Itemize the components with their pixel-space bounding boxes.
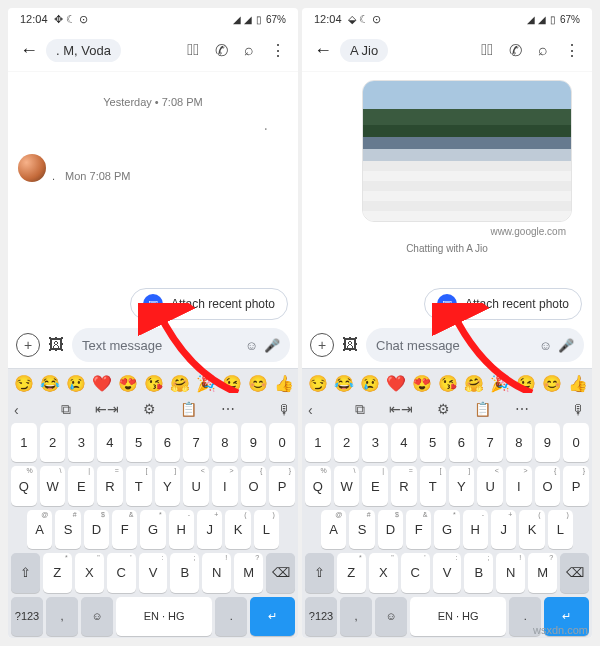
emoji-suggestion-row[interactable]: 😏😂😢❤️😍😘🤗🎉😉😊👍 <box>8 369 298 398</box>
gif-icon[interactable]: ⧉ <box>355 401 365 418</box>
gif-icon[interactable]: ⧉ <box>61 401 71 418</box>
keyboard: 😏😂😢❤️😍😘🤗🎉😉😊👍 ‹ ⧉ ⇤⇥ ⚙ 📋 ⋯ 🎙 1234567890 %… <box>8 368 298 638</box>
key-0[interactable]: 0 <box>269 423 295 462</box>
battery-pct: 67% <box>266 14 286 25</box>
phone-right: 12:04 ⬙ ☾ ⊙ ◢ ◢ ▯ 67% ← A Jio ▢⃝ ✆ ⌕ ⋮ w… <box>302 8 592 638</box>
battery-icon: ▯ <box>256 14 262 25</box>
conversation-area: Yesterday • 7:08 PM . . Mon 7:08 PM <box>8 72 298 282</box>
settings-icon[interactable]: ⚙ <box>143 401 156 418</box>
video-call-icon[interactable]: ▢⃝ <box>481 41 493 60</box>
key-1[interactable]: 1 <box>11 423 37 462</box>
conversation-area: www.google.com Chatting with A Jio <box>302 72 592 282</box>
key-3[interactable]: 3 <box>68 423 94 462</box>
backspace-key[interactable]: ⌫ <box>266 553 295 592</box>
key-5[interactable]: 5 <box>126 423 152 462</box>
gallery-icon[interactable]: 🖼 <box>48 336 64 354</box>
cursor-icon[interactable]: ⇤⇥ <box>95 401 119 418</box>
symbols-key[interactable]: ?123 <box>11 597 43 636</box>
clipboard-icon[interactable]: 📋 <box>180 401 197 418</box>
period-key[interactable]: . <box>215 597 247 636</box>
message-input[interactable]: Text message ☺ 🎤 <box>72 328 290 362</box>
input-placeholder: Chat message <box>376 338 460 353</box>
emoji-suggestion-row[interactable]: 😏😂😢❤️😍😘🤗🎉😉😊👍 <box>302 369 592 398</box>
key-7[interactable]: 7 <box>183 423 209 462</box>
shift-key[interactable]: ⇧ <box>305 553 334 592</box>
back-arrow-icon[interactable]: ← <box>310 36 336 65</box>
comma-key[interactable]: , <box>46 597 78 636</box>
conversation-header: ← A Jio ▢⃝ ✆ ⌕ ⋮ <box>302 30 592 72</box>
back-arrow-icon[interactable]: ← <box>16 36 42 65</box>
key-6[interactable]: 6 <box>155 423 181 462</box>
keyboard: 😏😂😢❤️😍😘🤗🎉😉😊👍 ‹ ⧉ ⇤⇥ ⚙ 📋 ⋯ 🎙 1234567890 %… <box>302 368 592 638</box>
clipboard-icon[interactable]: 📋 <box>474 401 491 418</box>
attach-photo-chip[interactable]: ▣ Attach recent photo <box>130 288 288 320</box>
phone-call-icon[interactable]: ✆ <box>215 41 228 60</box>
video-call-icon[interactable]: ▢⃝ <box>187 41 199 60</box>
battery-icon: ▯ <box>550 14 556 25</box>
gallery-icon[interactable]: 🖼 <box>342 336 358 354</box>
number-row: 1234567890 <box>11 423 295 462</box>
search-icon[interactable]: ⌕ <box>538 41 548 60</box>
enter-key[interactable]: ↵ <box>250 597 295 636</box>
letter-row-1: %Q\W|E=R[T]Y<U>I{O}P <box>305 466 589 505</box>
emoji-icon[interactable]: ☺ <box>245 338 258 353</box>
search-icon[interactable]: ⌕ <box>244 41 254 60</box>
mic-key-icon[interactable]: 🎙 <box>278 402 292 418</box>
more-icon[interactable]: ⋯ <box>221 401 235 418</box>
bottom-row: ?123 , ☺ EN · HG . ↵ <box>11 597 295 636</box>
compose-row: + 🖼 Text message ☺ 🎤 <box>8 324 298 368</box>
chevron-left-icon[interactable]: ‹ <box>14 402 19 418</box>
keyboard-toolbar: ‹ ⧉ ⇤⇥ ⚙ 📋 ⋯ 🎙 <box>8 398 298 421</box>
conversation-header: ← . M, Voda ▢⃝ ✆ ⌕ ⋮ <box>8 30 298 72</box>
backspace-key[interactable]: ⌫ <box>560 553 589 592</box>
space-key[interactable]: EN · HG <box>116 597 212 636</box>
letter-row-2: @A#S$D&F*G-H+J(K)L <box>305 510 589 549</box>
avatar[interactable] <box>18 154 46 182</box>
more-menu-icon[interactable]: ⋮ <box>564 41 580 60</box>
message-dot: . <box>18 116 288 134</box>
timestamp: Yesterday • 7:08 PM <box>18 96 288 108</box>
key-4[interactable]: 4 <box>97 423 123 462</box>
key-8[interactable]: 8 <box>212 423 238 462</box>
status-bar: 12:04 ✥ ☾ ⊙ ◢ ◢ ▯ 67% <box>8 8 298 30</box>
contact-chip[interactable]: A Jio <box>340 39 388 62</box>
message-input[interactable]: Chat message ☺ 🎤 <box>366 328 584 362</box>
link-preview-image <box>363 81 571 161</box>
photo-icon: ▣ <box>143 294 163 314</box>
contact-chip[interactable]: . M, Voda <box>46 39 121 62</box>
number-row: 1234567890 <box>305 423 589 462</box>
photo-icon: ▣ <box>437 294 457 314</box>
more-menu-icon[interactable]: ⋮ <box>270 41 286 60</box>
more-icon[interactable]: ⋯ <box>515 401 529 418</box>
clock: 12:04 <box>20 13 48 25</box>
keyboard-toolbar: ‹ ⧉ ⇤⇥ ⚙ 📋 ⋯ 🎙 <box>302 398 592 421</box>
settings-icon[interactable]: ⚙ <box>437 401 450 418</box>
status-bar: 12:04 ⬙ ☾ ⊙ ◢ ◢ ▯ 67% <box>302 8 592 30</box>
shift-key[interactable]: ⇧ <box>11 553 40 592</box>
link-preview-card[interactable] <box>362 80 572 222</box>
cursor-icon[interactable]: ⇤⇥ <box>389 401 413 418</box>
chevron-left-icon[interactable]: ‹ <box>308 402 313 418</box>
status-icons: ⬙ ☾ ⊙ <box>348 13 381 26</box>
attach-photo-chip[interactable]: ▣ Attach recent photo <box>424 288 582 320</box>
letter-row-3: ⇧ *Z"X'C:V;B!N?M ⌫ <box>11 553 295 592</box>
add-button[interactable]: + <box>310 333 334 357</box>
signal-icon: ◢ ◢ <box>527 14 546 25</box>
symbols-key[interactable]: ?123 <box>305 597 337 636</box>
phone-call-icon[interactable]: ✆ <box>509 41 522 60</box>
comma-key[interactable]: , <box>340 597 372 636</box>
emoji-key[interactable]: ☺ <box>81 597 113 636</box>
emoji-key[interactable]: ☺ <box>375 597 407 636</box>
emoji-icon[interactable]: ☺ <box>539 338 552 353</box>
key-2[interactable]: 2 <box>40 423 66 462</box>
compose-row: + 🖼 Chat message ☺ 🎤 <box>302 324 592 368</box>
mic-key-icon[interactable]: 🎙 <box>572 402 586 418</box>
mic-icon[interactable]: 🎤 <box>264 338 280 353</box>
battery-pct: 67% <box>560 14 580 25</box>
mic-icon[interactable]: 🎤 <box>558 338 574 353</box>
key-9[interactable]: 9 <box>241 423 267 462</box>
letter-row-3: ⇧ *Z"X'C:V;B!N?M ⌫ <box>305 553 589 592</box>
add-button[interactable]: + <box>16 333 40 357</box>
message-time: Mon 7:08 PM <box>65 170 130 182</box>
space-key[interactable]: EN · HG <box>410 597 506 636</box>
